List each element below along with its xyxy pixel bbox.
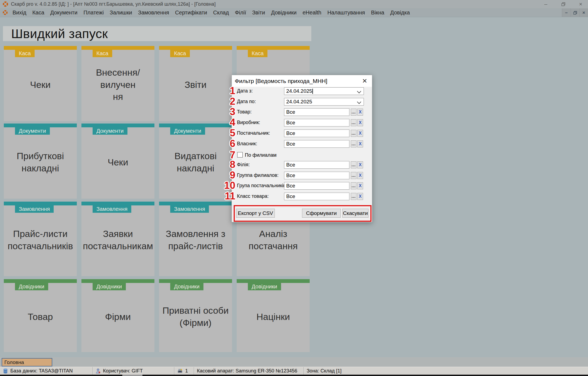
field-label-8: Філія:	[237, 162, 250, 168]
clear-button[interactable]: X	[357, 119, 363, 126]
date-value: 24.04.2025	[286, 99, 312, 105]
chevron-down-icon[interactable]	[357, 100, 361, 104]
combo-value: Все	[286, 162, 295, 168]
menu-item-14[interactable]: Вікна	[368, 10, 387, 16]
clear-button[interactable]: X	[357, 172, 363, 179]
menu-item-8[interactable]: Склад	[210, 10, 232, 16]
ellipsis-button[interactable]: …	[351, 109, 357, 116]
ellipsis-button[interactable]: …	[351, 130, 357, 137]
chevron-down-icon[interactable]	[357, 89, 361, 94]
tile-label: Націнки	[239, 283, 307, 350]
combo-value: Все	[286, 193, 295, 199]
menu-item-7[interactable]: Сертифікати	[172, 10, 210, 16]
filter-row-5: Постачальник:Все…X	[232, 130, 372, 137]
clear-button[interactable]: X	[357, 109, 363, 116]
combo-input-4[interactable]: Все	[284, 119, 349, 127]
tile-r4-c4[interactable]: ДовідникиНацінки	[237, 279, 310, 352]
combo-input-3[interactable]: Все	[284, 108, 349, 116]
minimize-icon[interactable]: –	[543, 1, 549, 7]
field-label-2: Дата по:	[237, 99, 256, 104]
combo-input-11[interactable]: Все	[284, 193, 349, 200]
tile-r3-c2[interactable]: ЗамовленняЗаявки постачальникам	[81, 202, 154, 276]
combo-value: Все	[286, 183, 295, 189]
ellipsis-button[interactable]: …	[351, 119, 357, 126]
menu-item-12[interactable]: eHealth	[300, 10, 324, 16]
restore-icon[interactable]	[560, 1, 566, 7]
field-label-1: Дата з:	[237, 88, 253, 94]
dialog-close-icon[interactable]: ×	[360, 76, 369, 85]
clear-button[interactable]: X	[357, 182, 363, 189]
ellipsis-button[interactable]: …	[351, 140, 357, 147]
annotation-number-4: 4	[230, 117, 235, 128]
menu-item-9[interactable]: Філії	[232, 10, 249, 16]
clear-button[interactable]: X	[357, 130, 363, 137]
cash-register-icon	[177, 368, 183, 373]
bottom-edge	[0, 375, 588, 376]
mdi-close-icon[interactable]: ×	[579, 8, 588, 17]
filter-row-11: Класс товара:Все…X	[232, 193, 372, 200]
clear-button[interactable]: X	[357, 193, 363, 200]
window-controls: – ×	[543, 0, 584, 8]
field-label-6: Власник:	[237, 141, 257, 147]
filter-row-1: Дата з:24.04.2025	[232, 87, 372, 95]
tab-holovna[interactable]: Головна	[2, 358, 52, 366]
combo-value: Все	[286, 130, 295, 136]
tab-row: Головна	[0, 357, 588, 367]
tile-category-bar	[81, 202, 154, 205]
tile-r2-c3[interactable]: ДокументиВидаткові накладні	[159, 124, 232, 199]
clear-button[interactable]: X	[357, 140, 363, 147]
menu-item-10[interactable]: Звіти	[249, 10, 268, 16]
date-input-2[interactable]: 24.04.2025	[284, 98, 364, 106]
menu-item-3[interactable]: Документи	[47, 10, 81, 16]
date-input-1[interactable]: 24.04.2025	[284, 87, 364, 95]
menu-item-13[interactable]: Налаштування	[324, 10, 368, 16]
combo-input-8[interactable]: Все	[284, 161, 349, 169]
menu-item-4[interactable]: Платежі	[80, 10, 106, 16]
field-label-3: Товар:	[237, 109, 252, 115]
field-label-4: Виробник:	[237, 120, 260, 125]
ellipsis-button[interactable]: …	[351, 161, 357, 168]
menu-item-15[interactable]: Довідка	[387, 10, 413, 16]
mdi-minimize-icon[interactable]: –	[562, 8, 571, 17]
tile-r3-c3[interactable]: ЗамовленняЗамовлення з прайс-листів	[159, 202, 232, 276]
tile-category-bar	[81, 279, 154, 283]
tile-r3-c1[interactable]: ЗамовленняПрайс-листи постачальників	[4, 202, 77, 276]
dialog-title-bar[interactable]: Фильтр [Ведомость прихода_МНН] ×	[232, 75, 372, 87]
status-terminal-count: 1	[174, 367, 194, 375]
tile-r4-c2[interactable]: ДовідникиФірми	[81, 279, 154, 352]
tile-r2-c2[interactable]: ДокументиЧеки	[81, 124, 154, 199]
tile-r4-c1[interactable]: ДовідникиТовар	[4, 279, 77, 352]
ellipsis-button[interactable]: …	[351, 172, 357, 179]
ellipsis-button[interactable]: …	[351, 193, 357, 200]
close-icon[interactable]: ×	[578, 1, 584, 7]
tile-label: Внесення/вилучен ня	[84, 50, 152, 119]
status-text: 1	[185, 368, 188, 374]
combo-input-9[interactable]: Все	[284, 172, 349, 179]
app-logo-icon	[2, 10, 8, 15]
tile-r1-c1[interactable]: КасаЧеки	[4, 46, 77, 121]
tile-r1-c3[interactable]: КасаЗвіти	[159, 46, 232, 121]
database-icon	[3, 368, 8, 374]
checkbox-po-filialam[interactable]	[237, 152, 243, 158]
ellipsis-button[interactable]: …	[351, 182, 357, 189]
annotation-number-1: 1	[230, 85, 235, 97]
tile-r4-c3[interactable]: ДовідникиПриватні особи (Фірми)	[159, 279, 232, 352]
status-text: База даних: TASA3@TITAN	[10, 368, 73, 374]
combo-input-5[interactable]: Все	[284, 130, 349, 137]
tile-r2-c1[interactable]: ДокументиПрибуткові накладні	[4, 124, 77, 199]
tile-r1-c2[interactable]: КасаВнесення/вилучен ня	[81, 46, 154, 121]
status-zone: Зона: Склад [1]	[304, 367, 588, 375]
combo-input-6[interactable]: Все	[284, 140, 349, 148]
menu-item-11[interactable]: Довідники	[268, 10, 300, 16]
title-bar: Скарб pro v. 4.0.2.85 [ІД: ] - [Апт №003…	[0, 0, 588, 8]
clear-button[interactable]: X	[357, 161, 363, 168]
tile-label: Чеки	[6, 50, 75, 119]
combo-input-10[interactable]: Все	[284, 182, 349, 190]
menu-item-1[interactable]: Вихід	[10, 10, 29, 16]
mdi-restore-icon[interactable]	[571, 8, 579, 17]
menu-item-2[interactable]: Каса	[29, 10, 47, 16]
menu-item-5[interactable]: Залишки	[107, 10, 135, 16]
menu-item-6[interactable]: Замовлення	[135, 10, 172, 16]
annotation-number-3: 3	[230, 106, 235, 118]
tile-label: Фірми	[84, 283, 152, 350]
